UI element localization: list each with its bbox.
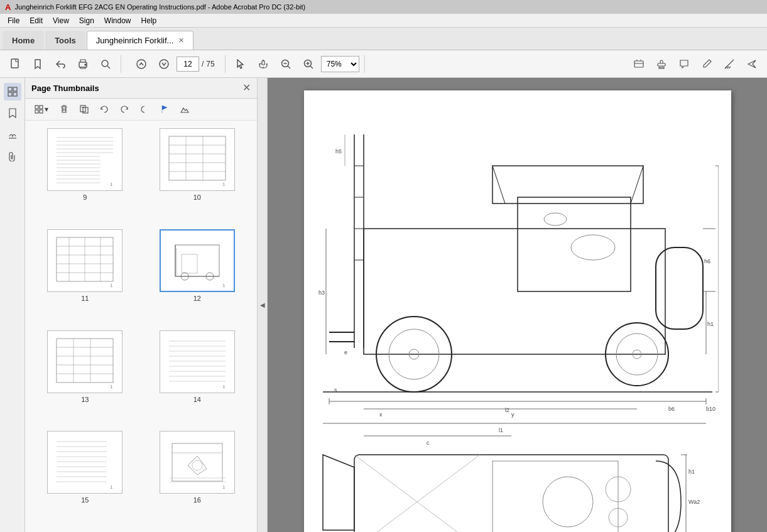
svg-text:h3: h3 [318, 290, 325, 296]
svg-point-6 [160, 60, 168, 68]
svg-rect-23 [8, 92, 12, 96]
svg-text:1: 1 [110, 283, 113, 288]
menu-bar: File Edit View Sign Window Help [0, 14, 767, 28]
tab-doc-close[interactable]: ✕ [178, 36, 184, 45]
thumbnail-page-15-label: 15 [81, 496, 89, 504]
select-tool-button[interactable] [231, 54, 251, 74]
thumb-extract-button[interactable] [75, 101, 93, 117]
thumb-menu-button[interactable]: ▾ [30, 101, 53, 117]
svg-rect-14 [634, 61, 643, 67]
svg-text:s: s [334, 387, 337, 393]
svg-line-18 [725, 67, 727, 68]
pen-tool-button[interactable] [697, 54, 717, 74]
comment-tool-button[interactable] [674, 54, 694, 74]
sidebar-signatures-button[interactable] [4, 126, 21, 143]
page-number-input[interactable]: 12 [177, 57, 199, 72]
tab-doc-label: Jungheinrich Forklif... [96, 36, 174, 45]
svg-rect-26 [35, 106, 38, 109]
thumbnails-panel: Page Thumbnails ✕ ▾ [25, 78, 258, 532]
zoom-out-button[interactable] [276, 54, 296, 74]
thumbnail-page-11[interactable]: 1 11 [33, 229, 138, 323]
svg-text:1: 1 [110, 484, 113, 490]
svg-text:h6: h6 [704, 258, 710, 264]
forklift-technical-drawing: h4 h2 h1 b10 b6 l2 x [317, 103, 719, 532]
measure-tool-button[interactable] [719, 54, 739, 74]
pdf-page-content: h4 h2 h1 b10 b6 l2 x [304, 90, 731, 532]
sidebar-bookmarks-button[interactable] [4, 104, 21, 122]
svg-text:1: 1 [222, 182, 226, 187]
thumb-rotate-ccw-button[interactable] [95, 101, 113, 117]
thumb-mountain-button[interactable] [176, 101, 193, 117]
page-down-button[interactable] [154, 54, 174, 74]
new-doc-button[interactable] [5, 54, 25, 74]
svg-line-20 [729, 67, 731, 68]
svg-rect-175 [492, 461, 618, 532]
thumbnail-page-10[interactable]: 1 10 [145, 128, 250, 222]
svg-rect-125 [518, 197, 631, 291]
menu-view[interactable]: View [48, 15, 74, 26]
svg-text:e: e [344, 349, 347, 356]
svg-line-4 [107, 66, 110, 68]
svg-rect-21 [8, 87, 12, 91]
pdf-viewer[interactable]: h4 h2 h1 b10 b6 l2 x [268, 78, 767, 532]
zoom-select[interactable]: 50% 75% 100% 125% 150% 200% [321, 56, 359, 72]
svg-text:x: x [379, 411, 383, 418]
print-button[interactable] [73, 54, 93, 74]
thumbnail-page-16-label: 16 [193, 496, 201, 504]
thumbnail-page-9-image: 1 [47, 128, 122, 191]
menu-edit[interactable]: Edit [24, 15, 48, 26]
thumb-rotate-cw-button[interactable] [116, 101, 133, 117]
svg-rect-0 [11, 59, 18, 68]
svg-text:b6: b6 [668, 406, 675, 412]
thumbnail-page-10-label: 10 [193, 193, 201, 201]
tab-tools-label: Tools [55, 36, 76, 45]
pan-tool-button[interactable] [253, 54, 273, 74]
thumb-flag-button[interactable] [156, 101, 173, 117]
thumbnail-page-15[interactable]: 1 15 [33, 431, 138, 524]
svg-rect-78 [50, 334, 119, 390]
menu-sign[interactable]: Sign [74, 15, 99, 26]
page-up-button[interactable] [131, 54, 151, 74]
thumbnail-page-12-label: 12 [193, 295, 201, 302]
tab-bar: Home Tools Jungheinrich Forklif... ✕ [0, 28, 767, 50]
thumbnail-page-12[interactable]: 1 12 [145, 229, 250, 323]
page-navigation: 12 / 75 [131, 54, 215, 74]
thumbnail-page-9[interactable]: 1 9 [33, 128, 138, 222]
thumb-delete-button[interactable] [55, 101, 73, 117]
share-tool-button[interactable] [742, 54, 762, 74]
svg-rect-15 [658, 63, 665, 66]
back-button[interactable] [50, 54, 70, 74]
svg-point-2 [85, 64, 86, 65]
sidebar-thumbnails-button[interactable] [4, 83, 21, 100]
thumbnail-page-14[interactable]: 1 14 [145, 330, 250, 424]
bookmark-button[interactable] [28, 54, 48, 74]
thumbnail-page-12-image: 1 [160, 229, 235, 292]
svg-rect-50 [163, 131, 232, 188]
page-separator: / [202, 60, 204, 68]
thumbnail-page-13[interactable]: 1 13 [33, 330, 138, 424]
svg-text:h5: h5 [335, 148, 342, 155]
svg-line-19 [727, 67, 729, 68]
tab-doc[interactable]: Jungheinrich Forklif... ✕ [87, 31, 194, 50]
zoom-in-button[interactable] [298, 54, 318, 74]
svg-rect-22 [13, 87, 17, 91]
svg-text:1: 1 [222, 384, 226, 389]
menu-file[interactable]: File [3, 15, 24, 26]
svg-text:b10: b10 [706, 406, 715, 412]
scan-tool-button[interactable] [629, 54, 649, 74]
thumbnail-page-16[interactable]: 1 16 [145, 431, 250, 524]
svg-line-127 [492, 166, 505, 204]
tab-home[interactable]: Home [3, 31, 44, 50]
search-button[interactable] [95, 54, 116, 74]
svg-rect-98 [50, 434, 119, 491]
sidebar-attachments-button[interactable] [4, 147, 21, 165]
thumb-darken-button[interactable] [136, 101, 153, 117]
stamp-tool-button[interactable] [651, 54, 672, 74]
tab-tools[interactable]: Tools [45, 31, 85, 50]
thumbnails-close-button[interactable]: ✕ [242, 83, 251, 93]
thumbnails-header: Page Thumbnails ✕ [25, 78, 257, 99]
menu-window[interactable]: Window [99, 15, 136, 26]
thumbnail-page-9-label: 9 [83, 193, 87, 201]
panel-collapse-handle[interactable]: ◀ [258, 78, 268, 532]
menu-help[interactable]: Help [136, 15, 162, 26]
